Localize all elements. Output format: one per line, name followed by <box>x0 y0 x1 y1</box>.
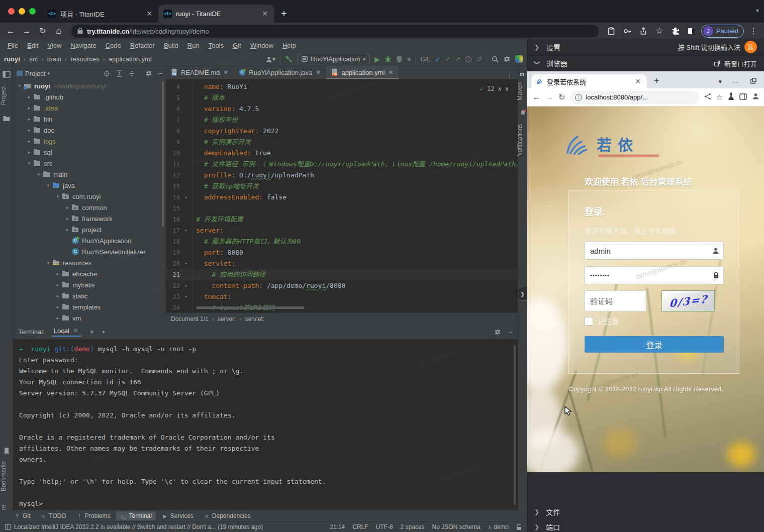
breadcrumb-item[interactable]: src <box>20 55 38 63</box>
tree-chevron-icon[interactable]: ▸ <box>54 304 61 309</box>
locate-file-icon[interactable] <box>104 70 110 77</box>
build-hammer-icon[interactable] <box>285 55 293 63</box>
side-panel-icon[interactable] <box>685 25 698 38</box>
tree-chevron-icon[interactable]: ▸ <box>64 227 71 232</box>
terminal-settings-gear-icon[interactable] <box>494 329 501 336</box>
project-tree-item[interactable]: ▸ static <box>13 290 165 301</box>
tree-chevron-icon[interactable]: ▸ <box>26 128 33 133</box>
address-bar[interactable]: try.titanide.cn/ide/web/coding/ruoyi/dem… <box>71 25 599 38</box>
folder-stripe-icon[interactable] <box>3 115 11 123</box>
status-item[interactable]: No JSON schema <box>432 523 481 530</box>
browser-section-row[interactable]: ❯ 浏览器 新窗口打开 <box>527 55 764 71</box>
terminal-dropdown-icon[interactable]: ▾ <box>102 329 105 335</box>
tool-window-button[interactable]: ≡ TODO <box>36 511 70 520</box>
code-area[interactable]: 4 name: RuoYi 5 # 版本 6 version: 4.7.5 7 … <box>166 79 518 312</box>
embedded-new-tab-icon[interactable]: + <box>647 76 666 88</box>
tool-window-button[interactable]: ›_ Terminal <box>116 511 155 520</box>
menu-item[interactable]: Git <box>228 42 246 49</box>
debug-icon[interactable] <box>385 55 392 63</box>
tree-chevron-icon[interactable]: ▸ <box>64 216 71 221</box>
project-tree-item[interactable]: ▾ resources <box>13 257 165 268</box>
breadcrumb-item[interactable]: resources <box>61 55 99 63</box>
notifications-bell-icon[interactable] <box>520 110 526 116</box>
embedded-tab-close-icon[interactable]: ✕ <box>634 77 642 85</box>
code-line[interactable]: 14▴ addressEnabled: false <box>166 192 518 203</box>
tab-close-icon[interactable]: ✕ <box>261 10 269 18</box>
tab-close-icon[interactable]: ✕ <box>387 69 394 76</box>
embedded-reload-icon[interactable]: ↻ <box>558 92 565 102</box>
run-configuration-select[interactable]: RuoYiApplication ▾ <box>297 54 370 64</box>
yaml-breadcrumb-item[interactable]: server: <box>209 315 236 323</box>
project-tool-icon[interactable] <box>3 70 11 78</box>
writable-lock-icon[interactable] <box>516 524 522 530</box>
terminal-tab-local[interactable]: Local✕ <box>52 327 81 337</box>
code-line[interactable]: 5 # 版本 <box>166 92 518 103</box>
code-line[interactable]: 4 name: RuoYi <box>166 81 518 92</box>
next-problem-icon[interactable]: ∨ <box>505 83 509 94</box>
username-input[interactable] <box>585 247 708 255</box>
tool-window-button[interactable]: ≋ Dependencies <box>200 511 255 520</box>
menu-item[interactable]: Navigate <box>66 42 101 49</box>
maven-icon[interactable]: m <box>520 70 524 78</box>
tree-chevron-icon[interactable]: ▸ <box>54 293 61 298</box>
search-everywhere-icon[interactable] <box>492 56 499 63</box>
code-line[interactable]: 6 version: 4.7.5 <box>166 103 518 115</box>
code-line[interactable]: 11 # 文件路径 示例 （ Windows配置D:/ruoyi/uploadP… <box>166 159 518 170</box>
project-tree-item[interactable]: RuoYiServletInitializer <box>13 246 165 257</box>
clipboard-icon[interactable] <box>605 25 618 38</box>
project-tree-item[interactable]: ▸ common <box>13 202 165 213</box>
code-line[interactable]: 16 # 开发环境配置 <box>166 214 518 225</box>
project-tree-item[interactable]: ▸ ehcache <box>13 268 165 279</box>
password-key-icon[interactable] <box>621 25 634 38</box>
menu-item[interactable]: Refactor <box>126 42 159 49</box>
new-tab-button[interactable]: + <box>274 8 294 23</box>
flask-extension-icon[interactable] <box>728 92 734 102</box>
editor-options-kebab-icon[interactable]: ⋮ <box>501 71 518 79</box>
tab-search-icon[interactable]: ▾ <box>756 7 759 14</box>
tree-chevron-icon[interactable]: ▸ <box>26 150 33 155</box>
status-item[interactable]: 21:14 <box>330 523 345 530</box>
git-update-icon[interactable]: ↙ <box>435 55 440 63</box>
tree-chevron-icon[interactable]: ▸ <box>54 271 61 276</box>
embedded-address-bar[interactable]: i localhost:8080/app/... <box>570 91 699 104</box>
forward-icon[interactable]: → <box>20 25 33 38</box>
ide-logo-icon[interactable] <box>515 55 523 63</box>
embedded-profile-icon[interactable] <box>752 92 759 102</box>
tool-window-button[interactable]: Y Git <box>10 511 34 520</box>
editor-tab[interactable]: README.md ✕ <box>166 66 234 79</box>
tree-chevron-icon[interactable]: ▸ <box>26 105 33 111</box>
terminal-tab-close-icon[interactable]: ✕ <box>72 327 79 335</box>
editor-tab[interactable]: application.yml ✕ <box>326 66 399 79</box>
tree-chevron-icon[interactable]: ▾ <box>26 161 33 166</box>
ime-badge[interactable]: 演 <box>744 41 757 53</box>
code-line[interactable]: 7 # 版权年份 <box>166 115 518 126</box>
tree-chevron-icon[interactable]: ▸ <box>26 139 33 144</box>
project-tree-item[interactable]: ▾ main <box>13 169 165 180</box>
breadcrumb-item[interactable]: ruoyi <box>4 55 20 63</box>
project-tree-item[interactable]: ▸ .github <box>13 91 165 102</box>
chrome-tab[interactable]: <t> 项目 - TitanIDE ✕ <box>43 5 158 23</box>
project-tree-item[interactable]: ▸ project <box>13 224 165 235</box>
close-window-icon[interactable] <box>8 8 15 15</box>
project-tree-item[interactable]: ▸ vm <box>13 312 165 324</box>
project-tree-item[interactable]: ▾ com.ruoyi <box>13 191 165 202</box>
code-line[interactable]: 9 # 实例演示开关 <box>166 137 518 148</box>
password-input[interactable] <box>585 272 708 278</box>
menu-item[interactable]: Tools <box>204 42 228 49</box>
menu-item[interactable]: Edit <box>23 42 43 49</box>
panel-section-row[interactable]: ❯ 端口 <box>527 519 764 532</box>
bookmarks-icon[interactable] <box>3 447 11 455</box>
collapse-all-icon[interactable] <box>129 70 135 77</box>
editor-tab[interactable]: RuoYiApplication.java ✕ <box>234 66 326 79</box>
code-line[interactable]: 19 port: 8080 <box>166 247 518 258</box>
chevron-down-icon[interactable]: ▾ <box>47 71 50 76</box>
status-message[interactable]: Localized IntelliJ IDEA 2022.2.2 is avai… <box>14 523 263 530</box>
menu-item[interactable]: Help <box>278 42 301 49</box>
status-item[interactable]: CRLF <box>352 523 368 530</box>
terminal-scrollbar[interactable] <box>514 345 516 505</box>
settings-section-row[interactable]: ❯ 设置 按 Shift 键切换输入法 演 <box>527 39 764 55</box>
bookmark-star-icon[interactable]: ☆ <box>653 25 666 38</box>
breadcrumb-item[interactable]: main <box>38 55 61 63</box>
share-icon[interactable] <box>637 25 650 38</box>
back-icon[interactable]: ← <box>4 25 17 38</box>
